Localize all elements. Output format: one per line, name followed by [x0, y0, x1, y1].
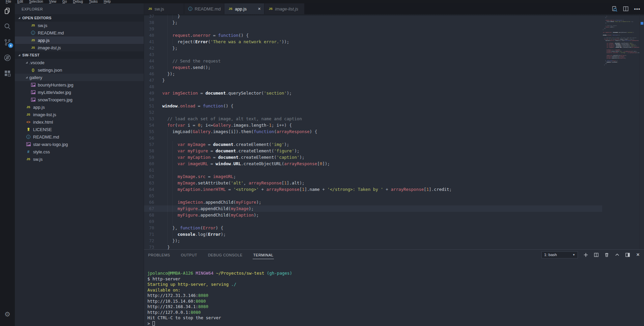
explorer-icon[interactable]	[0, 3, 15, 19]
folder-root-header[interactable]: SW-TEST	[15, 51, 144, 59]
html-file-icon: <>	[26, 119, 31, 125]
code-line-57[interactable]: 57 var myImage = document.createElement(…	[144, 141, 602, 148]
tab-image-list.js[interactable]: JSimage-list.js	[264, 3, 304, 14]
file-item-snowTroopers.jpg[interactable]: snowTroopers.jpg	[15, 96, 144, 103]
menu-item-tasks[interactable]: Tasks	[86, 0, 101, 3]
editor[interactable]: 37 }38 };3940 request.onerror = function…	[144, 14, 644, 249]
code-line-54[interactable]: 54 for(var i = 0; i<=Gallery.images.leng…	[144, 122, 602, 128]
tab-app.js[interactable]: JSapp.js✕	[224, 3, 264, 14]
code-line-64[interactable]: 64 myCaption.innerHTML = '<strong>' + ar…	[144, 186, 602, 193]
tab-README.md[interactable]: iREADME.md	[184, 3, 224, 14]
file-item-LICENSE[interactable]: LICENSE	[15, 126, 144, 133]
file-item-myLittleVader.jpg[interactable]: myLittleVader.jpg	[15, 89, 144, 96]
code-line-53[interactable]: 53 // load each set of image, alt text, …	[144, 116, 602, 122]
settings-gear-icon[interactable]: ⚙	[0, 306, 15, 322]
menu-item-selection[interactable]: Selection	[26, 0, 46, 3]
code-line-44[interactable]: 44 // Send the request	[144, 58, 602, 64]
code-line-72[interactable]: 72 });	[144, 237, 602, 244]
menu-bar: FileEditSelectionViewGoDebugTasksHelp	[0, 0, 644, 3]
code-line-49[interactable]: 49var imgSection = document.querySelecto…	[144, 90, 602, 96]
code-line-69[interactable]: 69	[144, 218, 602, 225]
open-editor-item-image-list.js[interactable]: JSimage-list.js	[15, 44, 144, 51]
workbench: 4 ⚙ EXPLORER OPEN EDITORS JSsw.jsiREADME…	[0, 3, 644, 326]
code-line-71[interactable]: 71 console.log(Error);	[144, 231, 602, 237]
open-editor-item-sw.js[interactable]: JSsw.js	[15, 22, 144, 29]
file-item-image-list.js[interactable]: JSimage-list.js	[15, 111, 144, 118]
code-line-63[interactable]: 63 myImage.setAttribute('alt', arrayResp…	[144, 180, 602, 186]
split-editor-icon[interactable]	[622, 5, 629, 12]
toggle-panel-position-icon[interactable]	[625, 252, 630, 257]
folder-item-.vscode[interactable]: .vscode	[15, 59, 144, 66]
minimap[interactable]: } }; request.onerror = function() { reje…	[603, 16, 639, 66]
new-terminal-icon[interactable]	[583, 252, 588, 257]
folder-item-gallery[interactable]: gallery	[15, 74, 144, 81]
code-line-41[interactable]: 41 reject(Error('There was a network err…	[144, 39, 602, 45]
code-line-59[interactable]: 59 var myCaption = document.createElemen…	[144, 154, 602, 160]
menu-item-help[interactable]: Help	[101, 0, 114, 3]
kill-terminal-icon[interactable]	[604, 252, 609, 257]
code-line-70[interactable]: 70 }, function(Error) {	[144, 225, 602, 231]
maximize-panel-icon[interactable]	[614, 252, 620, 257]
code-line-51[interactable]: 51window.onload = function() {	[144, 103, 602, 109]
file-item-app.js[interactable]: JSapp.js	[15, 103, 144, 111]
terminal[interactable]: jpolanco@MMBA-A126 MINGW64 ~/Proyectos/s…	[144, 260, 644, 326]
code-line-52[interactable]: 52	[144, 109, 602, 116]
code-line-37[interactable]: 37 }	[144, 14, 602, 19]
code-line-62[interactable]: 62 myImage.src = imageURL;	[144, 173, 602, 180]
file-item-star-wars-logo.jpg[interactable]: star-wars-logo.jpg	[15, 141, 144, 148]
panel-tab-terminal[interactable]: TERMINAL	[253, 251, 274, 259]
close-panel-icon[interactable]: ✕	[635, 252, 641, 257]
menu-item-go[interactable]: Go	[59, 0, 70, 3]
open-editor-item-app.js[interactable]: JSapp.js	[15, 36, 144, 44]
menu-item-view[interactable]: View	[46, 0, 60, 3]
panel-tab-debug-console[interactable]: DEBUG CONSOLE	[207, 251, 243, 259]
open-editor-item-README.md[interactable]: iREADME.md	[15, 29, 144, 36]
image-file-icon	[30, 97, 36, 102]
code-line-40[interactable]: 40 request.onerror = function() {	[144, 32, 602, 39]
debug-icon[interactable]	[0, 50, 15, 66]
menu-item-edit[interactable]: Edit	[14, 0, 26, 3]
code-line-60[interactable]: 60 var imageURL = window.URL.createObjec…	[144, 160, 602, 167]
code-line-42[interactable]: 42 };	[144, 45, 602, 51]
code-line-55[interactable]: 55 imgLoad(Gallery.images[i]).then(funct…	[144, 128, 602, 135]
code-line-67[interactable]: 67 myFigure.appendChild(myImage);	[144, 205, 602, 212]
panel-tab-output[interactable]: OUTPUT	[180, 251, 198, 259]
code-line-43[interactable]: 43	[144, 51, 602, 58]
code-line-65[interactable]: 65	[144, 193, 602, 199]
open-preview-icon[interactable]	[611, 5, 618, 12]
code-line-48[interactable]: 48	[144, 83, 602, 90]
search-icon[interactable]	[0, 19, 15, 34]
file-item-bountyHunters.jpg[interactable]: bountyHunters.jpg	[15, 81, 144, 89]
terminal-line: >	[147, 321, 644, 326]
terminal-shell-select[interactable]: 1: bash ▼	[541, 251, 578, 258]
code-line-50[interactable]: 50	[144, 96, 602, 103]
extensions-icon[interactable]	[0, 66, 15, 81]
code-line-38[interactable]: 38 };	[144, 19, 602, 26]
code-line-61[interactable]: 61	[144, 167, 602, 173]
code-line-47[interactable]: 47}	[144, 77, 602, 83]
css-file-icon: #	[26, 149, 31, 154]
menu-item-file[interactable]: File	[3, 0, 14, 3]
more-actions-icon[interactable]: •••	[634, 5, 641, 12]
open-editors-header[interactable]: OPEN EDITORS	[15, 14, 144, 22]
code-line-73[interactable]: 73 }	[144, 244, 602, 249]
menu-item-debug[interactable]: Debug	[70, 0, 86, 3]
file-item-sw.js[interactable]: JSsw.js	[15, 155, 144, 163]
code-line-58[interactable]: 58 var myFigure = document.createElement…	[144, 148, 602, 154]
file-item-README.md[interactable]: iREADME.md	[15, 133, 144, 141]
code-line-45[interactable]: 45 request.send();	[144, 64, 602, 71]
code-line-56[interactable]: 56	[144, 135, 602, 141]
file-item-style.css[interactable]: #style.css	[15, 148, 144, 155]
panel-tab-problems[interactable]: PROBLEMS	[147, 251, 171, 259]
source-control-icon[interactable]: 4	[0, 34, 15, 50]
code-line-68[interactable]: 68 myFigure.appendChild(myCaption);	[144, 212, 602, 218]
file-item-settings.json[interactable]: {}settings.json	[15, 66, 144, 74]
close-tab-icon[interactable]: ✕	[253, 7, 261, 11]
code-line-66[interactable]: 66 imgSection.appendChild(myFigure);	[144, 199, 602, 205]
overview-ruler[interactable]	[639, 14, 644, 249]
file-item-index.html[interactable]: <>index.html	[15, 118, 144, 126]
tab-sw.js[interactable]: JSsw.js	[144, 3, 184, 14]
split-terminal-icon[interactable]	[593, 252, 599, 257]
code-line-39[interactable]: 39	[144, 26, 602, 32]
code-line-46[interactable]: 46 });	[144, 71, 602, 77]
